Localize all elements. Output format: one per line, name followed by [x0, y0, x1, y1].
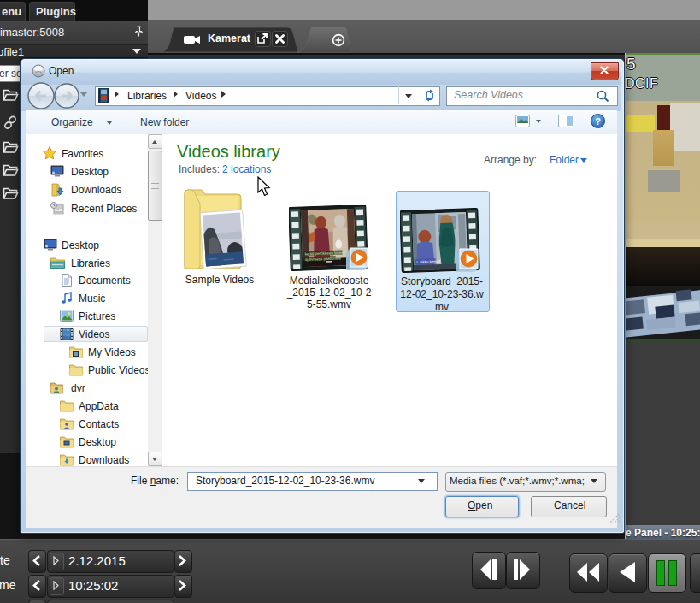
svg-text:?: ? [595, 116, 601, 127]
svg-text:L aikku kerroit: L aikku kerroit [416, 259, 441, 264]
